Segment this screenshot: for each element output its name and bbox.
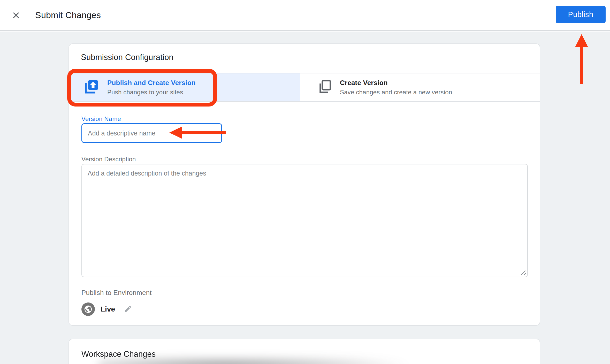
version-name-input[interactable] <box>81 123 222 143</box>
tab-create-version-title: Create Version <box>340 79 452 87</box>
environment-value: Live <box>101 305 115 313</box>
version-name-label: Version Name <box>81 115 121 123</box>
submission-configuration-title: Submission Configuration <box>81 53 173 62</box>
publish-upload-icon <box>82 78 100 96</box>
tab-create-version-subtitle: Save changes and create a new version <box>340 89 452 96</box>
tab-divider-gap <box>300 73 305 101</box>
workspace-changes-title: Workspace Changes <box>81 350 156 359</box>
publish-button[interactable]: Publish <box>556 6 606 23</box>
publish-to-environment-label: Publish to Environment <box>81 289 152 297</box>
version-description-textarea[interactable] <box>81 164 528 277</box>
page-title: Submit Changes <box>35 0 101 30</box>
main-content: Submission Configuration Publish and Cre… <box>0 32 610 364</box>
edit-environment-button[interactable] <box>124 305 132 314</box>
header-bar: Submit Changes Publish <box>0 0 610 31</box>
tab-publish-title: Publish and Create Version <box>107 79 196 87</box>
workspace-changes-card: Workspace Changes <box>68 339 540 364</box>
copy-pages-icon <box>318 79 332 95</box>
version-description-label: Version Description <box>81 156 136 163</box>
tab-publish-and-create-version[interactable]: Publish and Create Version Push changes … <box>69 73 300 101</box>
tab-create-version[interactable]: Create Version Save changes and create a… <box>305 73 540 101</box>
close-button[interactable] <box>11 10 21 21</box>
submission-type-tabs: Publish and Create Version Push changes … <box>69 73 540 102</box>
pencil-icon <box>124 305 132 314</box>
tab-publish-subtitle: Push changes to your sites <box>107 89 196 96</box>
globe-icon <box>81 302 95 316</box>
close-x-icon <box>12 11 20 20</box>
environment-row: Live <box>81 302 132 316</box>
submission-configuration-card: Submission Configuration Publish and Cre… <box>68 43 540 326</box>
